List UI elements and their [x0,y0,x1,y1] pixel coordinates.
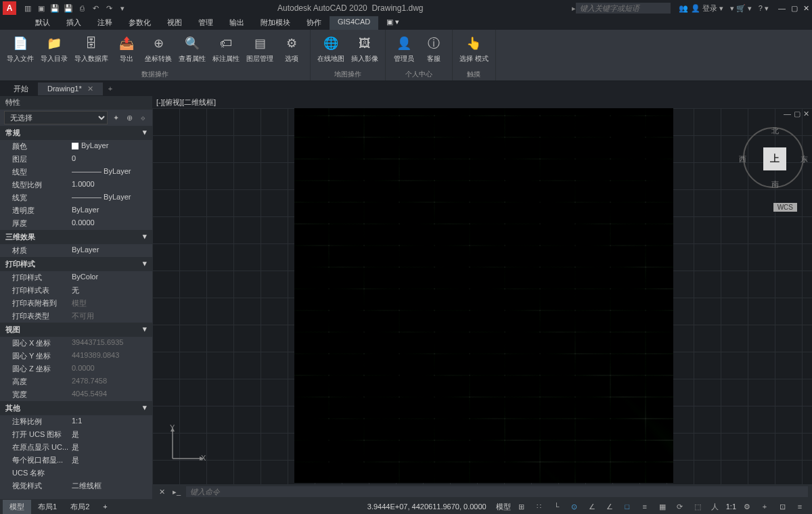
status-snap-icon[interactable]: ∷ [533,500,546,513]
property-value[interactable]: ———— ByLayer [72,167,152,177]
help-icon[interactable]: ? ▾ [759,4,769,13]
close-icon[interactable]: ✕ [803,4,809,13]
menu-默认[interactable]: 默认 [27,16,58,30]
menu-附加模块[interactable]: 附加模块 [252,16,298,30]
status-ortho-icon[interactable]: └ [550,500,564,513]
menu-插入[interactable]: 插入 [58,16,89,30]
vp-restore-icon[interactable]: ▢ [794,110,800,118]
viewport-label[interactable]: [-][俯视][二维线框] [152,96,812,108]
collapse-icon[interactable]: ▾ [143,128,147,138]
property-value[interactable]: ———— ByLayer [72,193,152,203]
vp-minimize-icon[interactable]: — [784,110,791,118]
property-value[interactable]: 是 [72,429,152,440]
property-row[interactable]: 圆心 X 坐标39443715.6935 [0,337,152,350]
status-lineweight-icon[interactable]: ≡ [638,500,652,513]
signin-icon[interactable]: 👥 👤 登录 ▾ [679,3,723,14]
property-row[interactable]: 厚度0.0000 [0,217,152,230]
toggle-pkfirst-icon[interactable]: ⟐ [137,112,148,123]
status-dynucs-icon[interactable]: 人 [708,500,722,513]
viewcube-top-face[interactable]: 上 [763,147,786,170]
viewcube-north[interactable]: 北 [771,126,779,136]
status-gear-icon[interactable]: ⚙ [740,500,754,513]
property-value[interactable]: 2478.7458 [72,377,152,387]
wcs-badge[interactable]: WCS [773,203,797,212]
property-value[interactable] [72,468,152,478]
ribbon-export-button[interactable]: 📤导出 [114,32,139,65]
menu-管理[interactable]: 管理 [190,16,221,30]
quick-select-icon[interactable]: ✦ [110,112,121,123]
property-row[interactable]: 线宽———— ByLayer [0,191,152,204]
props-section-header[interactable]: 常规▾ [0,126,152,140]
property-row[interactable]: 每个视口都显...是 [0,454,152,467]
qat-undo-icon[interactable]: ↶ [89,2,102,14]
status-otrack-icon[interactable]: ∠ [603,500,616,513]
qat-plot-icon[interactable]: ⎙ [76,2,88,14]
property-row[interactable]: 打印表附着到模型 [0,297,152,310]
property-row[interactable]: 颜色ByLayer [0,140,152,153]
ribbon-import-folder-button[interactable]: 📁导入目录 [39,32,69,65]
property-value[interactable]: 0 [72,154,152,164]
maximize-icon[interactable]: ▢ [791,4,798,13]
tab-add-button[interactable]: + [103,83,118,95]
app-logo[interactable]: A [3,1,16,15]
property-value[interactable]: ByColor [72,273,152,283]
property-row[interactable]: 注释比例1:1 [0,415,152,428]
layout-tab[interactable]: 布局1 [31,500,64,514]
ribbon-layer-mgmt-button[interactable]: ▤图层管理 [245,32,275,65]
property-value[interactable]: 是 [72,455,152,465]
property-row[interactable]: 打印样式ByColor [0,271,152,284]
property-value[interactable]: ByLayer [72,141,152,151]
ribbon-label-attr-button[interactable]: 🏷标注属性 [211,32,241,65]
status-mode-label[interactable]: 模型 [496,502,511,512]
qat-new-icon[interactable]: ▥ [22,2,34,14]
property-value[interactable]: 1:1 [72,417,152,427]
status-plus-icon[interactable]: + [758,500,771,513]
property-value[interactable]: 39443715.6935 [72,338,152,348]
qat-save-icon[interactable]: 💾 [49,2,61,14]
cmd-close-icon[interactable]: ✕ [156,486,167,497]
ribbon-import-db-button[interactable]: 🗄导入数据库 [73,32,110,65]
property-value[interactable]: 是 [72,442,152,452]
property-value[interactable]: 不可用 [72,311,152,321]
viewcube-south[interactable]: 南 [771,179,779,189]
doc-tab[interactable]: 开始 [4,82,38,96]
minimize-icon[interactable]: — [778,4,786,13]
selection-filter-dropdown[interactable]: 无选择 [4,111,108,124]
status-grid-icon[interactable]: ⊞ [515,500,528,513]
status-cycling-icon[interactable]: ⟳ [673,500,687,513]
vp-close-icon[interactable]: ✕ [803,110,809,118]
props-section-header[interactable]: 三维效果▾ [0,230,152,244]
status-3dosnap-icon[interactable]: ⬚ [691,500,704,513]
props-section-header[interactable]: 打印样式▾ [0,257,152,271]
qat-redo-icon[interactable]: ↷ [103,2,115,14]
props-section-header[interactable]: 其他▾ [0,401,152,415]
status-customize-icon[interactable]: ≡ [793,500,807,513]
property-row[interactable]: 在原点显示 UC...是 [0,441,152,454]
ribbon-online-map-button[interactable]: 🌐在线地图 [316,32,346,65]
viewcube[interactable]: 上 北 南 东 西 [743,127,804,188]
layout-tab[interactable]: 模型 [3,500,31,514]
property-row[interactable]: 图层0 [0,153,152,166]
property-row[interactable]: 高度2478.7458 [0,375,152,388]
status-isodraft-icon[interactable]: ∠ [585,500,599,513]
menu-参数化[interactable]: 参数化 [120,16,159,30]
menu-协作[interactable]: 协作 [298,16,330,30]
property-value[interactable]: ByLayer [72,206,152,216]
property-value[interactable]: 0.0000 [72,364,152,374]
ribbon-import-file-button[interactable]: 📄导入文件 [5,32,35,65]
ribbon-coord-convert-button[interactable]: ⊕坐标转换 [143,32,173,65]
ribbon-select-mode-button[interactable]: 👆选择 模式 [458,32,490,65]
layout-tab[interactable]: 布局2 [64,500,96,514]
property-row[interactable]: 线型比例1.0000 [0,179,152,191]
viewcube-east[interactable]: 东 [800,154,808,164]
menu-GIS4CAD[interactable]: GIS4CAD [330,16,378,30]
collapse-icon[interactable]: ▾ [143,259,147,269]
property-value[interactable]: 4045.5494 [72,390,152,400]
doc-tab[interactable]: Drawing1*✕ [38,83,103,95]
collapse-icon[interactable]: ▾ [143,403,147,413]
collapse-icon[interactable]: ▾ [143,325,147,335]
command-input[interactable] [186,486,808,497]
property-value[interactable]: 4419389.0843 [72,351,152,361]
property-row[interactable]: 线型———— ByLayer [0,166,152,179]
props-section-header[interactable]: 视图▾ [0,323,152,337]
